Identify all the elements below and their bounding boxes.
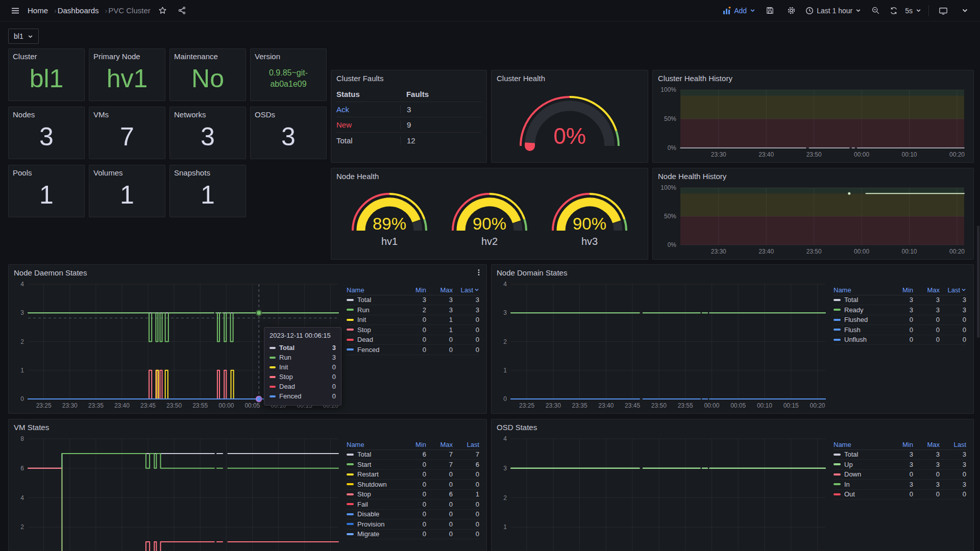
legend-col-max[interactable]: Max [426, 441, 453, 448]
panel-title[interactable]: Cluster Faults [331, 70, 486, 85]
vertical-scrollbar[interactable] [977, 226, 979, 338]
svg-text:23:50: 23:50 [806, 248, 822, 255]
legend-col-last[interactable]: Last [940, 441, 966, 448]
faults-col-status[interactable]: Status [336, 90, 400, 98]
legend-col-name[interactable]: Name [347, 441, 400, 448]
legend-series-toggle[interactable]: Run [347, 306, 400, 314]
time-range-picker[interactable]: Last 1 hour [805, 7, 861, 15]
stat-title[interactable]: Pools [9, 165, 84, 177]
dashboard-settings-gear-icon[interactable] [784, 4, 798, 18]
series-color-dash [347, 329, 354, 331]
legend-col-last[interactable]: Last [453, 441, 479, 448]
node-health-history-chart[interactable]: 0%50%100%23:3023:4023:5000:0000:1000:20 [657, 183, 969, 257]
legend-row-flush: Flush 0 0 0 [834, 325, 966, 335]
legend-series-toggle[interactable]: Shutdown [347, 481, 400, 488]
legend-series-toggle[interactable]: Restart [347, 470, 400, 478]
stat-title[interactable]: Cluster [9, 49, 84, 61]
series-color-dash [347, 299, 354, 301]
legend-series-toggle[interactable]: Start [347, 461, 400, 468]
legend-col-min[interactable]: Min [400, 441, 426, 448]
panel-title[interactable]: Cluster Health [492, 70, 648, 85]
legend-col-name[interactable]: Name [834, 441, 887, 448]
stat-title[interactable]: Networks [170, 107, 246, 119]
stat-title[interactable]: Primary Node [89, 49, 165, 61]
legend-series-toggle[interactable]: Total [834, 296, 887, 304]
stat-title[interactable]: Snapshots [170, 165, 246, 177]
svg-text:0: 0 [503, 395, 507, 403]
legend-col-last[interactable]: Last [940, 286, 966, 294]
series-color-dash [347, 309, 354, 311]
cluster-health-history-chart[interactable]: 0%50%100%23:3023:4023:5000:0000:1000:20 [657, 85, 969, 160]
legend-series-toggle[interactable]: In [834, 481, 887, 488]
hamburger-menu-icon[interactable] [8, 4, 22, 18]
zoom-out-icon[interactable] [868, 4, 883, 18]
favorite-star-icon[interactable] [156, 4, 170, 18]
legend-col-name[interactable]: Name [834, 286, 887, 294]
legend-series-toggle[interactable]: Flush [834, 326, 887, 334]
legend-series-toggle[interactable]: Stop [347, 490, 400, 498]
fault-status[interactable]: New [336, 120, 400, 129]
legend-col-max[interactable]: Max [913, 441, 940, 448]
svg-text:1: 1 [503, 367, 507, 374]
legend-series-toggle[interactable]: Up [834, 461, 887, 468]
stat-title[interactable]: OSDs [251, 107, 326, 119]
toolbar-overflow-chevron-icon[interactable] [958, 4, 972, 18]
stat-title[interactable]: Nodes [9, 107, 84, 119]
refresh-interval-dropdown[interactable]: 5s [905, 7, 921, 15]
add-panel-button[interactable]: Add [723, 7, 755, 15]
faults-col-faults[interactable]: Faults [400, 90, 481, 98]
node-domain-states-chart[interactable]: 0123423:2523:3023:3523:4023:4523:5023:55… [496, 279, 830, 411]
panel-title[interactable]: Node Daemon States [9, 265, 486, 279]
kiosk-tv-icon[interactable] [936, 4, 950, 18]
legend-series-toggle[interactable]: Down [834, 470, 887, 478]
legend-series-toggle[interactable]: Out [834, 490, 887, 498]
legend-col-min[interactable]: Min [400, 286, 426, 294]
legend-series-toggle[interactable]: Fail [347, 500, 400, 508]
tooltip-row: Fenced 0 [270, 391, 336, 401]
svg-text:23:30: 23:30 [711, 248, 726, 255]
legend-col-last[interactable]: Last [453, 286, 479, 294]
legend-series-toggle[interactable]: Total [347, 450, 400, 458]
legend-col-min[interactable]: Min [887, 286, 913, 294]
legend-series-toggle[interactable]: Flushed [834, 316, 887, 323]
panel-title[interactable]: Node Domain States [492, 265, 973, 279]
panel-title[interactable]: Node Health History [653, 168, 973, 183]
osd-states-chart[interactable]: 0123423:2523:3023:3523:4023:4523:5023:55… [496, 434, 830, 551]
stat-title[interactable]: VMs [89, 107, 165, 119]
panel-title[interactable]: Node Health [331, 168, 648, 183]
legend-series-toggle[interactable]: Migrate [347, 530, 400, 538]
node-daemon-states-legend: Name Min Max Last Total 3 3 3 Run 2 3 3 … [344, 279, 482, 411]
vm-states-chart[interactable]: 0246823:2523:3023:3523:4023:4523:5023:55… [13, 434, 344, 551]
legend-col-min[interactable]: Min [887, 441, 913, 448]
variable-dropdown-cluster[interactable]: bl1 [8, 29, 39, 44]
svg-text:2: 2 [503, 338, 507, 345]
panel-menu-kebab-icon[interactable] [475, 269, 482, 278]
panel-node-health: Node Health 89%hv190%hv290%hv3 [331, 168, 648, 260]
legend-series-toggle[interactable]: Total [834, 450, 887, 458]
panel-title[interactable]: OSD States [492, 419, 973, 434]
legend-series-toggle[interactable]: Ready [834, 306, 887, 314]
panel-title[interactable]: Cluster Health History [653, 70, 973, 85]
stat-title[interactable]: Volumes [89, 165, 165, 177]
legend-series-toggle[interactable]: Disable [347, 510, 400, 518]
breadcrumb-home[interactable]: Home [28, 6, 48, 15]
stat-title[interactable]: Version [251, 49, 326, 61]
legend-series-toggle[interactable]: Init [347, 316, 400, 323]
fault-status[interactable]: Ack [336, 105, 400, 114]
save-dashboard-icon[interactable] [763, 4, 777, 18]
legend-series-toggle[interactable]: Dead [347, 336, 400, 343]
legend-series-toggle[interactable]: Unflush [834, 336, 887, 343]
legend-series-toggle[interactable]: Provision [347, 520, 400, 528]
svg-text:23:40: 23:40 [758, 151, 774, 158]
legend-col-name[interactable]: Name [347, 286, 400, 294]
panel-title[interactable]: VM States [9, 419, 486, 434]
legend-series-toggle[interactable]: Stop [347, 326, 400, 334]
stat-title[interactable]: Maintenance [170, 49, 246, 61]
legend-col-max[interactable]: Max [426, 286, 453, 294]
refresh-dashboard-button[interactable] [890, 7, 898, 15]
legend-series-toggle[interactable]: Fenced [347, 346, 400, 354]
share-icon[interactable] [175, 4, 189, 18]
breadcrumb-dashboards[interactable]: Dashboards [58, 6, 99, 15]
legend-series-toggle[interactable]: Total [347, 296, 400, 304]
legend-col-max[interactable]: Max [913, 286, 940, 294]
